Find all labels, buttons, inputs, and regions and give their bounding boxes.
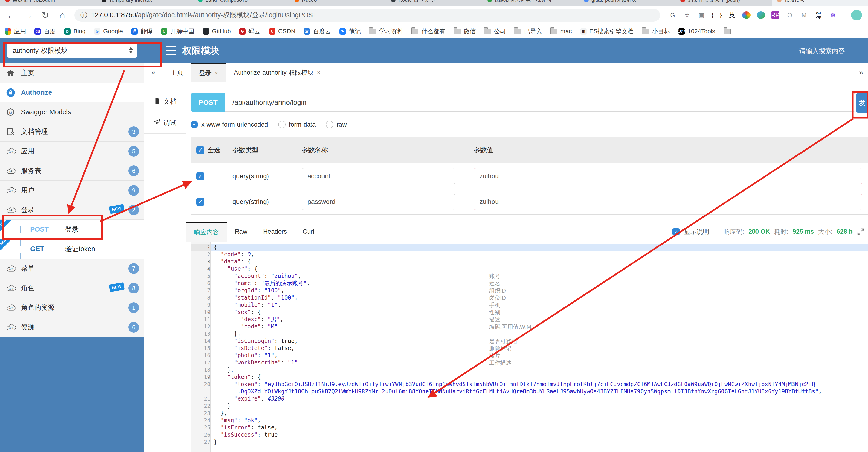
- radio-icon[interactable]: [326, 121, 333, 128]
- fold-arrow-icon[interactable]: ▾: [208, 373, 210, 381]
- browser-tab[interactable]: 自啟 建音/oEoudm: [0, 0, 96, 6]
- content-tab-登录[interactable]: 登录×: [191, 63, 226, 82]
- response-tab-响应内容[interactable]: 响应内容: [186, 222, 227, 242]
- profile-avatar[interactable]: [851, 10, 862, 21]
- tab-文档[interactable]: 文档: [144, 91, 186, 112]
- tabs-scroll-right-icon[interactable]: »: [854, 63, 868, 82]
- sidebar-item-资源[interactable]: API资源6: [0, 317, 144, 337]
- body-type-raw[interactable]: raw: [326, 121, 347, 128]
- sidebar-item-角色[interactable]: API角色NEW8: [0, 278, 144, 298]
- row-checkbox[interactable]: ✓: [196, 198, 204, 206]
- en-dict-icon[interactable]: 英: [728, 11, 736, 19]
- m-chevron-icon[interactable]: M: [800, 11, 808, 19]
- sidebar-item-服务表[interactable]: API服务表6: [0, 161, 144, 180]
- globe-icon[interactable]: [757, 11, 765, 19]
- param-value-input[interactable]: zuihou: [474, 168, 862, 184]
- bookmark-item[interactable]: 小目标: [642, 27, 670, 35]
- bookmark-item[interactable]: 已导入: [514, 27, 542, 35]
- bookmark-item[interactable]: mac: [551, 28, 571, 35]
- sidebar-item-Authorize[interactable]: Authorize: [0, 83, 144, 103]
- browser-tab[interactable]: Nuceo: [289, 0, 386, 6]
- gitzip-icon[interactable]: Git Zip: [814, 11, 823, 19]
- param-name-input[interactable]: account: [302, 168, 455, 184]
- sidebar-endpoint-验证token[interactable]: NEWGET验证token: [0, 239, 144, 259]
- send-button[interactable]: 发: [856, 93, 868, 113]
- sidebar-endpoint-登录[interactable]: NEWPOST登录: [0, 220, 144, 239]
- bookmark-item[interactable]: GitHub: [203, 28, 231, 35]
- rp-icon[interactable]: RP: [771, 11, 779, 19]
- browser-tab[interactable]: Land -Camposo?o: [193, 0, 289, 6]
- browser-tab[interactable]: 国家税务总局电子税务局: [482, 0, 579, 6]
- browser-tab[interactable]: sh文件怎么执行 (push): [675, 0, 772, 6]
- fold-arrow-icon[interactable]: ▾: [208, 309, 210, 316]
- tabs-scroll-left-icon[interactable]: «: [144, 63, 163, 82]
- browser-tab[interactable]: 权限模块: [772, 0, 868, 6]
- bookmark-item[interactable]: G码云: [239, 27, 260, 35]
- module-select[interactable]: authority-权限模块: [7, 44, 137, 58]
- browser-tab[interactable]: Temporary Interact: [96, 0, 193, 6]
- bookmark-item[interactable]: 10²⁴1024Tools: [678, 28, 715, 35]
- bookmark-item[interactable]: 译翻译: [131, 27, 153, 35]
- expand-icon[interactable]: [857, 228, 865, 236]
- bookmark-item[interactable]: C开源中国: [161, 27, 194, 35]
- back-button[interactable]: ←: [6, 10, 16, 21]
- header-search-input[interactable]: 请输入搜索内容: [799, 47, 845, 55]
- browser-tab[interactable]: Route 跟ベタ ジ: [386, 0, 482, 6]
- browser-tab[interactable]: gitlab push失败解决: [579, 0, 675, 6]
- bookmark-item[interactable]: 云百度云: [304, 27, 331, 35]
- bookmark-item[interactable]: 微信: [454, 27, 475, 35]
- home-button[interactable]: ⌂: [57, 10, 67, 21]
- bookmark-item[interactable]: 什么都有: [411, 27, 445, 35]
- reader-icon[interactable]: ▣: [698, 11, 706, 19]
- sidebar-item-Swagger Models[interactable]: {;}Swagger Models: [0, 103, 144, 122]
- content-tab-主页[interactable]: 主页: [163, 63, 191, 82]
- address-bar[interactable]: ⓘ 127.0.0.1:8760/api/gate/doc.html#/auth…: [74, 9, 660, 22]
- menu-icon[interactable]: [166, 46, 176, 55]
- bookmark-item[interactable]: CCSDN: [269, 28, 296, 35]
- body-type-x-www-form-urlencoded[interactable]: x-www-form-urlencoded: [191, 121, 268, 128]
- bookmark-item[interactable]: [724, 29, 731, 34]
- request-path-input[interactable]: /api/authority/anno/login: [225, 93, 856, 112]
- bookmark-item[interactable]: du百度: [34, 27, 56, 35]
- select-all-checkbox[interactable]: ✓: [196, 146, 204, 154]
- param-value-input[interactable]: zuihou: [474, 194, 862, 210]
- param-name-input[interactable]: password: [302, 194, 455, 210]
- axe-icon[interactable]: ✻: [829, 11, 837, 19]
- bookmark-item[interactable]: ▥ES搜索引擎文档: [580, 27, 634, 35]
- fold-arrow-icon[interactable]: ▾: [208, 258, 210, 265]
- bookmark-item[interactable]: bBing: [64, 28, 86, 35]
- sidebar-item-登录[interactable]: API登录NEW2: [0, 200, 144, 220]
- tab-调试[interactable]: 调试: [144, 112, 186, 134]
- sidebar-item-菜单[interactable]: API菜单7: [0, 259, 144, 278]
- bookmark-item[interactable]: ✎笔记: [339, 27, 361, 35]
- translate-icon[interactable]: G: [669, 11, 677, 19]
- close-tab-icon[interactable]: ×: [215, 70, 218, 76]
- forward-button[interactable]: →: [23, 10, 33, 21]
- json-formatter-icon[interactable]: {…}: [712, 11, 722, 19]
- sidebar-item-用户[interactable]: API用户9: [0, 180, 144, 200]
- sidebar-item-角色的资源[interactable]: API角色的资源1: [0, 298, 144, 317]
- bookmark-item[interactable]: 公司: [484, 27, 506, 35]
- oval-icon[interactable]: O: [785, 11, 794, 19]
- response-tab-Curl[interactable]: Curl: [295, 222, 322, 242]
- bookmark-item[interactable]: 应用: [5, 27, 26, 35]
- row-checkbox[interactable]: ✓: [196, 172, 204, 180]
- response-editor[interactable]: 1▾{2 "code": 0,3▾ "data": {4▾ "user": {5…: [191, 242, 868, 452]
- fold-arrow-icon[interactable]: ▾: [208, 244, 210, 251]
- sidebar-item-文档管理[interactable]: 文档管理3: [0, 122, 144, 142]
- body-type-form-data[interactable]: form-data: [278, 121, 316, 128]
- response-tab-Raw[interactable]: Raw: [227, 222, 255, 242]
- fold-arrow-icon[interactable]: ▾: [208, 265, 210, 273]
- color-wheel-icon[interactable]: [742, 11, 751, 19]
- content-tab-Authorize-authority-权限模块[interactable]: Authorize-authority-权限模块×: [226, 63, 328, 82]
- bookmark-item[interactable]: 学习资料: [369, 27, 403, 35]
- response-tab-Headers[interactable]: Headers: [255, 222, 295, 242]
- radio-icon[interactable]: [278, 121, 286, 128]
- show-desc-checkbox[interactable]: ✓: [672, 228, 680, 235]
- radio-icon[interactable]: [191, 121, 198, 128]
- reload-button[interactable]: ↻: [40, 10, 50, 21]
- sidebar-item-应用[interactable]: API应用5: [0, 142, 144, 161]
- bookmark-star-icon[interactable]: ☆: [683, 11, 691, 19]
- close-tab-icon[interactable]: ×: [317, 69, 320, 76]
- bookmark-item[interactable]: GGoogle: [94, 28, 123, 35]
